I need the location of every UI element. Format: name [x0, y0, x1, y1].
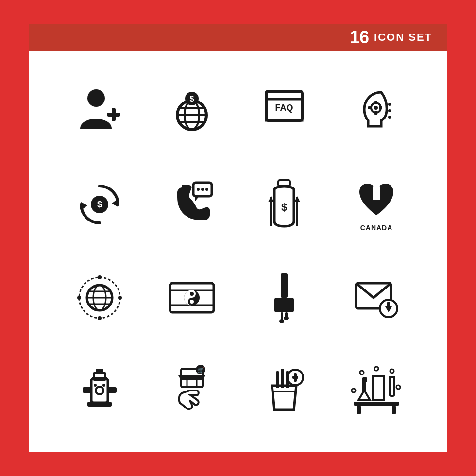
icon-mind-settings [342, 73, 410, 151]
svg-rect-85 [354, 402, 399, 406]
svg-point-58 [279, 319, 284, 323]
svg-text:$: $ [190, 95, 194, 103]
svg-point-93 [390, 369, 394, 373]
svg-point-95 [352, 389, 356, 392]
svg-rect-86 [357, 406, 361, 414]
svg-point-53 [190, 292, 194, 296]
svg-rect-79 [276, 371, 279, 388]
icon-paint-brush [250, 259, 318, 337]
svg-rect-17 [368, 106, 372, 109]
header-title: ICON SET [374, 31, 432, 44]
svg-point-94 [396, 385, 400, 389]
svg-point-54 [190, 300, 194, 304]
svg-rect-75 [187, 379, 197, 387]
svg-rect-18 [379, 106, 382, 109]
icon-faq: FAQ [250, 73, 318, 151]
svg-point-72 [94, 384, 97, 387]
icon-fire-hydrant [66, 352, 134, 429]
icon-canada: CANADA [342, 166, 410, 243]
svg-text:$: $ [97, 200, 102, 209]
svg-rect-67 [96, 369, 103, 374]
header-number: 16 [350, 27, 369, 48]
svg-point-45 [98, 275, 102, 279]
svg-rect-56 [274, 298, 294, 312]
icons-grid: $ FAQ [29, 51, 447, 452]
svg-rect-69 [108, 387, 117, 393]
svg-point-91 [360, 371, 364, 374]
icon-chemistry [342, 352, 410, 429]
svg-point-60 [284, 316, 289, 320]
svg-marker-22 [112, 199, 118, 207]
svg-point-27 [197, 188, 200, 191]
svg-point-20 [388, 109, 391, 112]
header: 16 ICON SET [29, 24, 447, 51]
main-container: 16 ICON SET [29, 24, 447, 452]
svg-rect-15 [374, 101, 377, 104]
icon-add-user [66, 73, 134, 151]
svg-point-46 [118, 296, 122, 300]
icon-yin-yang-scroll [158, 259, 226, 337]
svg-marker-23 [81, 202, 87, 210]
svg-rect-31 [278, 180, 290, 186]
svg-point-21 [388, 116, 391, 119]
svg-point-92 [374, 367, 378, 371]
svg-point-73 [102, 384, 105, 387]
svg-rect-55 [281, 273, 288, 298]
svg-rect-68 [83, 387, 91, 393]
svg-text:$: $ [281, 201, 287, 213]
svg-rect-88 [362, 377, 367, 382]
svg-rect-65 [91, 378, 108, 403]
icon-global-money: $ [158, 73, 226, 151]
svg-text:🛒: 🛒 [197, 367, 204, 374]
svg-rect-80 [281, 369, 284, 388]
icon-mail-download [342, 259, 410, 337]
svg-point-48 [77, 296, 81, 300]
svg-rect-2 [112, 108, 116, 121]
svg-point-28 [201, 188, 204, 191]
icon-phone-chat [158, 166, 226, 243]
svg-rect-64 [387, 302, 390, 308]
svg-point-19 [388, 103, 391, 106]
svg-marker-30 [195, 196, 199, 201]
svg-rect-70 [87, 402, 112, 407]
svg-rect-16 [374, 111, 377, 115]
svg-rect-87 [392, 406, 396, 414]
icon-fries-plus [250, 352, 318, 429]
icon-globe-network [66, 259, 134, 337]
icon-money-bottle: $ [250, 166, 318, 243]
svg-text:FAQ: FAQ [275, 103, 293, 113]
svg-point-47 [98, 316, 102, 320]
svg-point-29 [205, 188, 208, 191]
svg-point-71 [96, 387, 103, 394]
canada-label: CANADA [360, 224, 393, 232]
svg-point-14 [374, 106, 378, 110]
icon-coin-transfer: $ [66, 166, 134, 243]
svg-point-0 [87, 89, 105, 107]
icon-shop-hand: 🛒 [158, 352, 226, 429]
svg-rect-84 [294, 373, 297, 382]
